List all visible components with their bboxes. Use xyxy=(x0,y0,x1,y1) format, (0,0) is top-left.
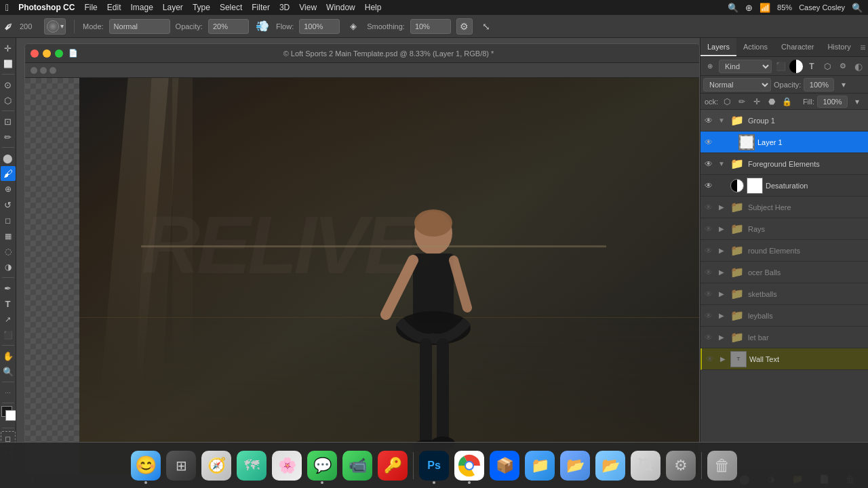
path-select[interactable]: ↗ xyxy=(1,312,16,327)
stamp-tool[interactable]: ⊕ xyxy=(1,182,16,197)
panel-options-btn[interactable]: ≡ xyxy=(858,39,868,56)
spotlight-icon[interactable]: 🔍 xyxy=(852,3,863,13)
expand-icon-volleyball[interactable]: ▶ xyxy=(717,311,726,321)
fill-value[interactable]: 100% xyxy=(817,96,848,108)
flow-jitter-btn[interactable]: ◈ xyxy=(345,18,361,35)
visibility-icon-basketball[interactable]: 👁 xyxy=(703,289,714,300)
menu-select[interactable]: Select xyxy=(220,3,242,12)
lock-all-btn[interactable]: 🔒 xyxy=(781,96,793,108)
brush-tool[interactable]: 🖌 xyxy=(1,166,16,181)
hand-tool[interactable]: ✋ xyxy=(1,348,16,363)
dock-dropbox[interactable]: 📦 xyxy=(488,449,521,482)
dock-preview[interactable]: 🖼 xyxy=(629,449,662,482)
visibility-icon-ground[interactable]: 👁 xyxy=(703,245,714,256)
dock-safari[interactable]: 🧭 xyxy=(200,449,233,482)
menu-help[interactable]: Help xyxy=(365,3,382,12)
dock-messages[interactable]: 💬 xyxy=(306,449,338,482)
dock-finder[interactable]: 😊 xyxy=(130,449,162,482)
type-tool[interactable]: T xyxy=(1,296,16,311)
visibility-icon-desat[interactable]: 👁 xyxy=(703,180,714,191)
eraser-tool[interactable]: ◻ xyxy=(1,213,16,228)
color-swatches[interactable] xyxy=(0,406,16,425)
visibility-icon-soccer[interactable]: 👁 xyxy=(703,267,714,278)
layer-item-basketball[interactable]: 👁 ▶ 📁 sketballs xyxy=(701,283,868,305)
mode-select[interactable]: Normal xyxy=(109,19,170,34)
brush-preset-picker[interactable]: ▾ xyxy=(44,18,66,35)
more-tools-btn[interactable]: ··· xyxy=(1,385,16,400)
layers-mode-select[interactable]: Normal xyxy=(703,78,771,92)
fill-options-icon[interactable]: ▾ xyxy=(850,95,864,108)
shape-tool[interactable]: ⬛ xyxy=(1,327,16,342)
menu-layer[interactable]: Layer xyxy=(163,3,183,12)
layer-shape-filter[interactable]: ⬡ xyxy=(821,60,834,73)
dock-photos[interactable]: 🌸 xyxy=(271,449,303,482)
quick-selection[interactable]: ⬡ xyxy=(1,93,16,108)
search-icon[interactable]: 🔍 xyxy=(728,3,738,13)
layer-item-rays[interactable]: 👁 ▶ 📁 Rays xyxy=(701,218,868,240)
wifi-icon[interactable]: 📶 xyxy=(760,3,770,13)
visibility-icon-fg[interactable]: 👁 xyxy=(703,159,714,169)
nav-dot-3[interactable] xyxy=(50,67,56,74)
opacity-input[interactable]: 20% xyxy=(213,22,240,30)
artboard-tool[interactable]: ⬜ xyxy=(1,56,16,71)
tab-history[interactable]: History xyxy=(821,38,857,56)
visibility-icon-subject[interactable]: 👁 xyxy=(703,202,714,213)
menu-file[interactable]: File xyxy=(84,3,97,12)
menu-image[interactable]: Image xyxy=(130,3,153,12)
airbrush-toggle[interactable]: 💨 xyxy=(254,18,271,35)
menu-edit[interactable]: Edit xyxy=(107,3,121,12)
expand-icon-basketball[interactable]: ▶ xyxy=(717,289,726,299)
layer-pixel-filter[interactable]: ⬛ xyxy=(774,60,787,73)
flow-input[interactable] xyxy=(304,22,331,30)
background-color[interactable] xyxy=(5,410,16,421)
dock-trash[interactable]: 🗑 xyxy=(706,449,738,482)
visibility-icon-netbar[interactable]: 👁 xyxy=(703,332,714,343)
expand-icon-soccer[interactable]: ▶ xyxy=(717,268,726,277)
dock-photoshop[interactable]: Ps xyxy=(418,449,450,482)
close-button[interactable] xyxy=(31,49,39,58)
lock-artboard-btn[interactable]: ⬣ xyxy=(766,96,778,108)
pen-tool[interactable]: ✒ xyxy=(1,281,16,296)
move-tool[interactable]: ✛ xyxy=(1,41,16,56)
dock-settings[interactable]: ⚙ xyxy=(665,449,697,482)
layer-item-subject[interactable]: 👁 ▶ 📁 Subject Here xyxy=(701,197,868,218)
dock-folder1[interactable]: 📂 xyxy=(559,449,591,482)
expand-icon-group1[interactable]: ▼ xyxy=(717,116,726,125)
gradient-tool[interactable]: ▦ xyxy=(1,228,16,243)
visibility-icon-group1[interactable]: 👁 xyxy=(703,115,714,126)
lock-position-btn[interactable]: ✛ xyxy=(751,96,763,108)
expand-icon-rays[interactable]: ▶ xyxy=(717,224,726,234)
lock-transparent-btn[interactable]: ⬡ xyxy=(721,96,733,108)
spot-heal-tool[interactable]: ⬤ xyxy=(1,150,16,165)
menu-3d[interactable]: 3D xyxy=(279,3,290,12)
visibility-icon-volleyball[interactable]: 👁 xyxy=(703,310,714,321)
dock-lastpass[interactable]: 🔑 xyxy=(376,449,409,482)
pressure-angle-btn[interactable]: ⤡ xyxy=(478,18,494,35)
tab-actions[interactable]: Actions xyxy=(736,38,774,56)
layer-item-layer1[interactable]: 👁 Layer 1 xyxy=(701,131,868,153)
menu-filter[interactable]: Filter xyxy=(252,3,270,12)
dock-folder2[interactable]: 📂 xyxy=(594,449,627,482)
layer-filter-kind-icon[interactable]: ⊕ xyxy=(703,60,717,73)
expand-icon-netbar[interactable]: ▶ xyxy=(717,333,726,342)
layer-item-soccer[interactable]: 👁 ▶ 📁 ocer Balls xyxy=(701,262,868,283)
layers-kind-select[interactable]: Kind xyxy=(719,60,772,73)
dock-launchpad[interactable]: ⊞ xyxy=(165,449,197,482)
opacity-value[interactable]: 100% xyxy=(804,78,834,92)
layer-item-netbar[interactable]: 👁 ▶ 📁 let bar xyxy=(701,327,868,348)
nav-dot-1[interactable] xyxy=(31,67,37,74)
layer-adj-filter[interactable] xyxy=(789,60,803,73)
dock-chrome[interactable] xyxy=(453,449,486,482)
visibility-icon-walltext[interactable]: 👁 xyxy=(705,354,715,365)
lock-image-btn[interactable]: ✏ xyxy=(736,96,748,108)
layer-smart-filter[interactable]: ⚙ xyxy=(836,60,850,73)
expand-icon-layer1[interactable] xyxy=(717,138,726,147)
expand-icon-subject[interactable]: ▶ xyxy=(717,203,726,212)
layer-item-volleyball[interactable]: 👁 ▶ 📁 leyballs xyxy=(701,305,868,327)
tab-layers[interactable]: Layers xyxy=(701,38,736,56)
control-center-icon[interactable]: ⊕ xyxy=(745,3,753,13)
maximize-button[interactable] xyxy=(55,49,63,58)
layer-item-desat[interactable]: 👁 Desaturation xyxy=(701,175,868,197)
user-name[interactable]: Casey Cosley xyxy=(799,3,845,12)
layer-type-filter[interactable]: T xyxy=(805,60,818,73)
